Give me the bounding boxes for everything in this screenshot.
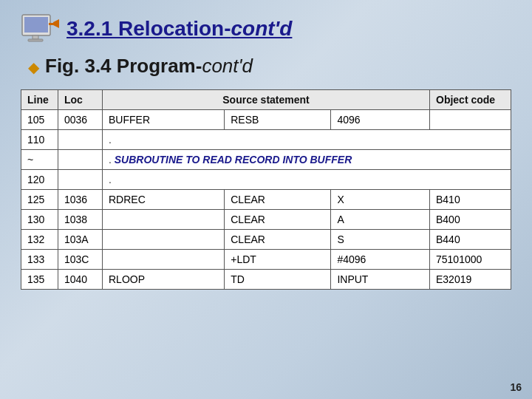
cell-loc: 0036: [58, 110, 103, 130]
cell-obj: E32019: [430, 270, 511, 290]
cell-obj: B440: [430, 230, 511, 250]
subroutine-label: SUBROUTINE TO READ RECORD INTO BUFFER: [115, 154, 352, 166]
subtitle-text: Fig. 3.4 Program-cont'd: [45, 55, 253, 78]
cell-src2: RESB: [225, 110, 331, 130]
svg-rect-3: [28, 39, 43, 41]
table-row: 125 1036 RDREC CLEAR X B410: [21, 190, 511, 210]
page-title: 3.2.1 Relocation-cont'd: [66, 17, 292, 41]
cell-obj: B400: [430, 210, 511, 230]
svg-rect-5: [49, 23, 55, 25]
cell-src3: #4096: [331, 250, 430, 270]
cell-src3: A: [331, 210, 430, 230]
cell-src1: BUFFER: [103, 110, 225, 130]
cell-subroutine-text: . SUBROUTINE TO READ RECORD INTO BUFFER: [103, 150, 511, 170]
subtitle-suffix: cont'd: [202, 55, 253, 77]
cell-line: 133: [21, 250, 58, 270]
cell-loc: 1038: [58, 210, 103, 230]
cell-subroutine-dot2: .: [103, 170, 511, 190]
title-suffix: cont'd: [231, 17, 293, 40]
col-header-obj: Object code: [430, 90, 511, 110]
cell-src2: +LDT: [225, 250, 331, 270]
table-row: 120 .: [21, 170, 511, 190]
cell-loc: [58, 150, 103, 170]
cell-subroutine-dot1: .: [103, 130, 511, 150]
slide-container: 3.2.1 Relocation-cont'd ◆ Fig. 3.4 Progr…: [0, 0, 532, 303]
table-row: 135 1040 RLOOP TD INPUT E32019: [21, 270, 511, 290]
computer-icon: [21, 13, 59, 44]
title-prefix: 3.2.1 Relocation-: [66, 17, 231, 40]
col-header-source: Source statement: [103, 90, 430, 110]
cell-src3: X: [331, 190, 430, 210]
table-row: 130 1038 CLEAR A B400: [21, 210, 511, 230]
cell-line: 130: [21, 210, 58, 230]
page-number: 16: [510, 381, 522, 393]
cell-src1: [103, 210, 225, 230]
cell-src2: CLEAR: [225, 230, 331, 250]
cell-line: 132: [21, 230, 58, 250]
cell-loc: [58, 130, 103, 150]
cell-obj: B410: [430, 190, 511, 210]
col-header-line: Line: [21, 90, 58, 110]
cell-loc: 103C: [58, 250, 103, 270]
cell-loc: 103A: [58, 230, 103, 250]
cell-loc: [58, 170, 103, 190]
cell-line: 135: [21, 270, 58, 290]
data-table: Line Loc Source statement Object code 10…: [21, 89, 511, 290]
cell-loc: 1036: [58, 190, 103, 210]
cell-obj: [430, 110, 511, 130]
cell-src3: S: [331, 230, 430, 250]
table-row: ~ . SUBROUTINE TO READ RECORD INTO BUFFE…: [21, 150, 511, 170]
subtitle-area: ◆ Fig. 3.4 Program-cont'd: [28, 55, 511, 78]
cell-src2: TD: [225, 270, 331, 290]
cell-src1: [103, 230, 225, 250]
col-header-loc: Loc: [58, 90, 103, 110]
cell-line: 110: [21, 130, 58, 150]
table-row: 132 103A CLEAR S B440: [21, 230, 511, 250]
cell-src2: CLEAR: [225, 190, 331, 210]
cell-src1: RLOOP: [103, 270, 225, 290]
title-area: 3.2.1 Relocation-cont'd: [21, 13, 511, 44]
table-row: 105 0036 BUFFER RESB 4096: [21, 110, 511, 130]
cell-line: 105: [21, 110, 58, 130]
subtitle-prefix: Fig. 3.4 Program-: [45, 55, 202, 77]
cell-src2: CLEAR: [225, 210, 331, 230]
cell-line: 125: [21, 190, 58, 210]
cell-line: 120: [21, 170, 58, 190]
svg-rect-2: [33, 35, 38, 39]
cell-src1: [103, 250, 225, 270]
cell-line: ~: [21, 150, 58, 170]
cell-obj: 75101000: [430, 250, 511, 270]
cell-src3: 4096: [331, 110, 430, 130]
cell-src1: RDREC: [103, 190, 225, 210]
cell-loc: 1040: [58, 270, 103, 290]
table-row: 110 .: [21, 130, 511, 150]
bullet-icon: ◆: [28, 58, 39, 76]
table-header-row: Line Loc Source statement Object code: [21, 90, 511, 110]
cell-src3: INPUT: [331, 270, 430, 290]
svg-rect-1: [24, 17, 48, 33]
table-row: 133 103C +LDT #4096 75101000: [21, 250, 511, 270]
